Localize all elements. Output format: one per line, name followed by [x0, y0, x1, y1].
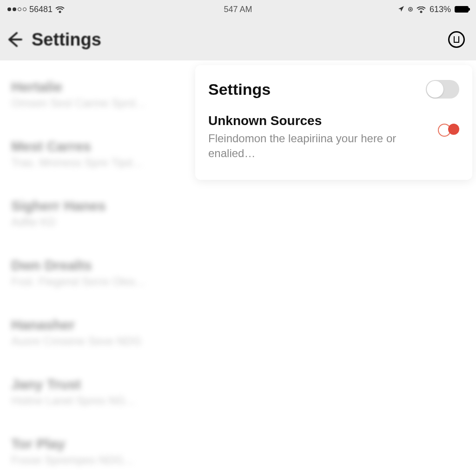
- list-item[interactable]: Dwn Drealts Fosl. Flegend Serre Oles…: [11, 258, 182, 288]
- list-item[interactable]: Mest Carres Tras. Mnmess Spre Tipd…: [11, 139, 182, 169]
- wifi-icon: [55, 6, 65, 13]
- list-item-subtitle: Hstine Lanel Spres NG…: [11, 394, 182, 407]
- content-area: Hertalie Omsen Sesl Carme Sprd… Mest Car…: [0, 60, 476, 476]
- back-arrow-icon[interactable]: [6, 31, 22, 48]
- list-item[interactable]: Hanasher Ausre Cmsene Seve NDG: [11, 317, 182, 348]
- sidebar-list: Hertalie Omsen Sesl Carme Sprd… Mest Car…: [0, 60, 193, 476]
- list-item-subtitle: Fosl. Flegend Serre Oles…: [11, 275, 182, 288]
- wifi-icon-2: [416, 6, 426, 13]
- list-item-subtitle: Ausre Cmsene Seve NDG: [11, 335, 182, 348]
- panel-title: Settings: [208, 80, 271, 99]
- list-item-subtitle: Tras. Mnmess Spre Tipd…: [11, 156, 182, 169]
- location-icon: [398, 5, 404, 14]
- setting-text: Unknown Sources Fleindomon the leapiriin…: [208, 113, 429, 161]
- battery-percent: 613%: [430, 5, 451, 14]
- panel-header: Settings: [208, 80, 459, 99]
- list-item-title: Hertalie: [11, 79, 182, 95]
- status-left: 56481: [7, 5, 65, 14]
- main-toggle[interactable]: [426, 80, 459, 99]
- setting-title: Unknown Sources: [208, 113, 429, 128]
- save-icon: [454, 36, 459, 43]
- list-item-title: Hanasher: [11, 317, 182, 333]
- list-item-subtitle: Omsen Sesl Carme Sprd…: [11, 97, 182, 110]
- signal-dots-icon: [7, 7, 26, 11]
- list-item[interactable]: Jany Trust Hstine Lanel Spres NG…: [11, 377, 182, 407]
- list-item-title: Dwn Drealts: [11, 258, 182, 273]
- unknown-sources-toggle[interactable]: [438, 123, 459, 136]
- settings-panel: Settings Unknown Sources Fleindomon the …: [195, 65, 472, 180]
- recording-icon: [408, 7, 413, 12]
- list-item[interactable]: Tor Play Fosse Sprempes NDG…: [11, 436, 182, 467]
- save-button[interactable]: [448, 31, 465, 48]
- status-right: 613%: [398, 5, 469, 14]
- list-item-subtitle: Adfte KD: [11, 216, 182, 229]
- list-item-title: Jany Trust: [11, 377, 182, 392]
- status-time: 547 AM: [224, 5, 252, 14]
- list-item[interactable]: Hertalie Omsen Sesl Carme Sprd…: [11, 79, 182, 110]
- list-item-subtitle: Fosse Sprempes NDG…: [11, 454, 182, 467]
- list-item-title: Sigherr Hanes: [11, 198, 182, 214]
- list-item-title: Tor Play: [11, 436, 182, 452]
- nav-bar: Settings: [0, 19, 476, 60]
- battery-icon: [455, 6, 469, 13]
- list-item[interactable]: Sigherr Hanes Adfte KD: [11, 198, 182, 229]
- carrier-label: 56481: [29, 5, 53, 14]
- list-item-title: Mest Carres: [11, 139, 182, 154]
- page-title: Settings: [32, 30, 101, 50]
- setting-description: Fleindomon the leapiriina your here or e…: [208, 131, 429, 161]
- status-bar: 56481 547 AM 613%: [0, 0, 476, 19]
- setting-row-unknown-sources[interactable]: Unknown Sources Fleindomon the leapiriin…: [208, 113, 459, 161]
